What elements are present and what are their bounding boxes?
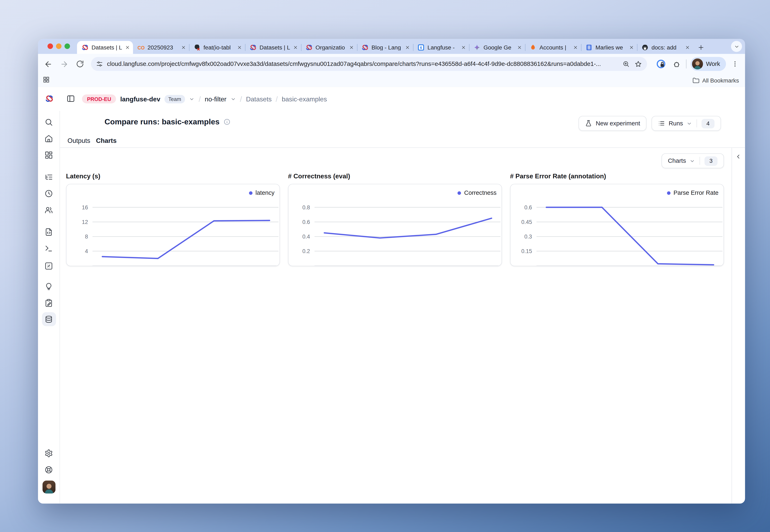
site-settings-icon[interactable] <box>96 60 103 67</box>
maximize-window-button[interactable] <box>64 44 70 49</box>
clock-icon <box>45 189 53 197</box>
forward-button[interactable] <box>58 58 70 70</box>
zoom-in-icon[interactable] <box>623 60 630 67</box>
bookmark-star-icon[interactable] <box>635 60 642 68</box>
sidebar-item-settings[interactable] <box>42 446 56 460</box>
tab-search-button[interactable] <box>731 41 742 52</box>
line-chart[interactable]: 0.150.30.450.6 <box>510 184 724 266</box>
line-chart[interactable]: 0.20.40.60.8 <box>289 184 502 266</box>
tab-outputs[interactable]: Outputs <box>68 137 90 144</box>
langfuse-logo-icon <box>45 94 53 103</box>
sidebar-item-annotation-queues[interactable] <box>42 296 56 310</box>
legend-label: Correctness <box>464 189 496 196</box>
sidebar-item-tracing[interactable] <box>42 170 56 184</box>
browser-tab-blog[interactable]: Blog - Lang <box>357 41 413 54</box>
charts-count-badge: 3 <box>705 156 717 166</box>
sidebar-item-users[interactable] <box>42 203 56 217</box>
collapse-panel-button[interactable] <box>735 153 742 162</box>
list-icon <box>658 120 665 127</box>
right-panel-rail <box>732 148 745 503</box>
charts-content: Charts 3 Latency (s) latency 481216 # Co… <box>60 148 732 503</box>
breadcrumb-dataset-name[interactable]: basic-examples <box>282 95 327 103</box>
tab-title: Organizatio <box>316 45 347 50</box>
back-button[interactable] <box>42 58 54 70</box>
browser-tab-feat-pr[interactable]: feat(io-tabl <box>189 41 245 54</box>
close-tab-icon[interactable] <box>629 45 634 50</box>
new-experiment-button[interactable]: New experiment <box>579 116 647 131</box>
browser-tab-organization[interactable]: Organizatio <box>301 41 357 54</box>
terminal-icon <box>45 244 53 252</box>
close-tab-icon[interactable] <box>125 45 130 50</box>
langfuse-favicon <box>362 44 369 51</box>
gemini-favicon <box>473 44 480 51</box>
sidebar-item-support[interactable] <box>42 463 56 477</box>
apps-grid-icon[interactable] <box>42 76 50 85</box>
sidebar-item-dashboards[interactable] <box>42 148 56 162</box>
sidebar-item-evaluators[interactable] <box>42 259 56 273</box>
close-tab-icon[interactable] <box>293 45 298 50</box>
minimize-window-button[interactable] <box>56 44 62 49</box>
password-manager-icon[interactable] <box>655 58 667 70</box>
breadcrumb-datasets[interactable]: Datasets <box>246 95 272 103</box>
runs-dropdown-button[interactable]: Runs 4 <box>652 116 721 131</box>
tab-title: feat(io-tabl <box>204 45 235 50</box>
breadcrumb-org[interactable]: langfuse-dev <box>120 95 160 103</box>
close-window-button[interactable] <box>47 44 53 49</box>
close-tab-icon[interactable] <box>405 45 410 50</box>
github-pr-closed-favicon <box>194 44 201 51</box>
life-buoy-icon <box>45 465 53 474</box>
breadcrumb-project[interactable]: no-filter <box>205 95 227 103</box>
browser-tabs: Datasets | L CO 20250923 feat(io-tabl Da… <box>77 41 707 54</box>
sidebar-item-datasets[interactable] <box>42 312 56 326</box>
close-tab-icon[interactable] <box>349 45 354 50</box>
browser-tab-datasets-active[interactable]: Datasets | L <box>77 41 133 54</box>
address-bar[interactable]: cloud.langfuse.com/project/cmfwgv8fx002o… <box>91 57 647 71</box>
sidebar-item-search[interactable] <box>42 115 56 129</box>
browser-menu-button[interactable] <box>729 58 741 70</box>
browser-tab-accounts[interactable]: Accounts | <box>525 41 581 54</box>
browser-profile-chip[interactable]: Work <box>691 57 726 71</box>
browser-tab-calendar[interactable]: 6 Langfuse - <box>413 41 469 54</box>
percent-square-icon <box>45 261 53 270</box>
browser-tab-datasets-2[interactable]: Datasets | L <box>245 41 301 54</box>
new-tab-button[interactable] <box>695 41 707 53</box>
chevron-down-icon[interactable] <box>189 96 195 102</box>
sidebar-item-sessions[interactable] <box>42 186 56 200</box>
chevron-left-icon <box>735 153 742 160</box>
reload-button[interactable] <box>74 58 86 70</box>
sidebar-toggle-button[interactable] <box>67 94 75 105</box>
chevron-down-icon[interactable] <box>231 96 236 102</box>
close-tab-icon[interactable] <box>685 45 690 50</box>
charts-dropdown-label: Charts <box>668 157 686 164</box>
browser-tab-gemini[interactable]: Google Ge <box>469 41 525 54</box>
breadcrumb-separator: / <box>276 95 278 103</box>
plus-icon <box>698 44 705 51</box>
sidebar-item-home[interactable] <box>42 131 56 145</box>
tab-title: Langfuse - <box>427 45 459 50</box>
info-icon[interactable] <box>224 118 231 125</box>
close-tab-icon[interactable] <box>461 45 466 50</box>
close-tab-icon[interactable] <box>237 45 242 50</box>
all-bookmarks-button[interactable]: All Bookmarks <box>692 77 739 84</box>
user-avatar[interactable] <box>42 480 55 493</box>
chart-correctness: # Correctness (eval) Correctness 0.20.40… <box>288 172 502 266</box>
browser-tab-20250923[interactable]: CO 20250923 <box>133 41 189 54</box>
close-tab-icon[interactable] <box>181 45 186 50</box>
close-tab-icon[interactable] <box>573 45 578 50</box>
browser-tab-docs[interactable]: docs: add <box>637 41 693 54</box>
chevron-down-icon <box>734 44 739 49</box>
chevron-down-icon <box>690 158 695 164</box>
extensions-icon[interactable] <box>670 58 682 70</box>
accounts-favicon <box>529 44 536 51</box>
svg-text:0.6: 0.6 <box>302 219 310 225</box>
database-icon <box>45 315 53 323</box>
close-tab-icon[interactable] <box>517 45 522 50</box>
charts-dropdown-button[interactable]: Charts 3 <box>661 153 724 168</box>
sidebar-item-insights[interactable] <box>42 279 56 293</box>
browser-tab-marlies[interactable]: Marlies we <box>581 41 637 54</box>
tab-charts[interactable]: Charts <box>96 137 116 144</box>
runs-label: Runs <box>669 120 683 127</box>
sidebar-item-playground[interactable] <box>42 241 56 255</box>
sidebar-item-prompts[interactable] <box>42 225 56 239</box>
line-chart[interactable]: 481216 <box>67 184 280 266</box>
